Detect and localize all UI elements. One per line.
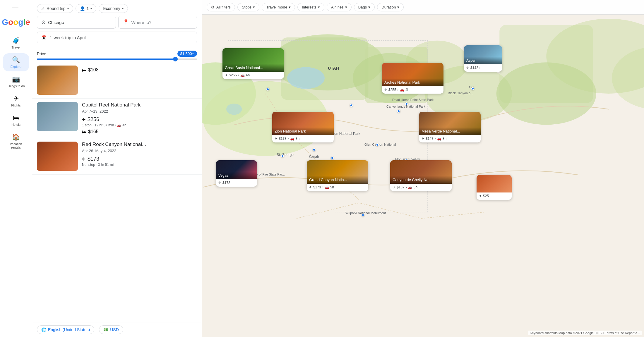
duration-chip[interactable]: Duration ▾ — [377, 3, 404, 11]
currency-icon: 💵 — [103, 327, 108, 332]
bags-chip[interactable]: Bags ▾ — [354, 3, 375, 11]
sidebar-item-explore[interactable]: 🔍 Explore — [3, 53, 29, 71]
price-vegas: $173 — [222, 181, 230, 185]
dot-glen — [376, 143, 379, 146]
origin-icon: ⊙ — [41, 19, 46, 25]
passengers-chip[interactable]: 👤 1 ▾ — [76, 4, 97, 13]
menu-button[interactable] — [11, 5, 21, 15]
class-chip[interactable]: Economy ▾ — [99, 4, 128, 13]
map-card-mesa[interactable]: Mesa Verde National... ✈ $147 › 🚗 8h — [419, 112, 481, 142]
footer: 🌐 English (United States) 💵 USD — [32, 322, 202, 337]
drive-grand: 5h — [330, 185, 334, 189]
sidebar-label-travel: Travel — [11, 46, 20, 49]
calendar-icon: 📅 — [41, 35, 47, 40]
destination-placeholder: Where to? — [131, 20, 152, 25]
map-card-details-arches: ✈ $255 › 🚗 4h — [382, 86, 443, 94]
price-slider[interactable] — [37, 59, 197, 60]
destination-card-redrock[interactable]: Red Rock Canyon National... Apr 28–May 4… — [32, 138, 202, 175]
map-card-img-vegas: Vegas — [216, 160, 257, 179]
dot-wupatki — [362, 214, 364, 216]
sidebar-label-things: Things to do — [7, 84, 25, 88]
price-badge[interactable]: $1,500+ — [177, 51, 197, 57]
duration-chevron: ▾ — [397, 5, 399, 9]
map-card-name-great-basin: Great Basin National... — [222, 64, 284, 72]
stops-label: Stops — [242, 5, 251, 9]
sidebar-item-things[interactable]: 📷 Things to do — [3, 73, 29, 91]
top-controls: ⇄ Round trip ▾ 👤 1 ▾ Economy ▾ ⊙ Chicago… — [32, 0, 202, 48]
trip-type-row: ⇄ Round trip ▾ 👤 1 ▾ Economy ▾ — [37, 4, 197, 13]
map-card-great-basin[interactable]: Great Basin National... ✈ $256 › 🚗 4h — [222, 48, 284, 79]
sidebar-item-flights[interactable]: ✈ Flights — [3, 92, 29, 110]
sidebar-item-vacation[interactable]: 🏠 Vacation rentals — [3, 130, 29, 152]
map-card-aspen[interactable]: Aspen ✈ $142 › — [464, 45, 502, 72]
map-card-grand[interactable]: Grand Canyon Natio... ✈ $173 › 🚗 5h — [307, 160, 368, 191]
drive-mesa: 8h — [443, 137, 446, 141]
map-card-chelly[interactable]: Canyon de Chelly Na... ✈ $187 › 🚗 5h — [390, 160, 452, 191]
card-dates-capitol: Apr 7–13, 2022 — [82, 109, 197, 114]
dot-stgeorge — [281, 154, 284, 157]
price-aspen: $142 — [470, 66, 478, 70]
flight-price-redrock: $173 — [88, 156, 99, 162]
sidebar-label-vacation: Vacation rentals — [5, 142, 27, 149]
plane-icon-vegas: ✈ — [218, 181, 221, 185]
travel-mode-chip[interactable]: Travel mode ▾ — [262, 3, 295, 11]
map-card-details-great-basin: ✈ $256 › 🚗 4h — [222, 72, 284, 79]
car-icon-chelly: 🚗 — [408, 185, 412, 189]
destination-field[interactable]: 📍 Where to? — [118, 16, 197, 29]
car-icon-grand: 🚗 — [325, 185, 329, 189]
dot-utah — [350, 104, 353, 107]
flights-icon: ✈ — [13, 95, 19, 102]
travel-icon: 🧳 — [12, 37, 20, 44]
dot-bryce — [313, 148, 316, 151]
map-card-img-arches: Arches National Park — [382, 63, 443, 86]
passengers-chevron: ▾ — [90, 7, 92, 10]
map-card-details-grand: ✈ $173 › 🚗 5h — [307, 184, 368, 191]
interests-chip[interactable]: Interests ▾ — [297, 3, 324, 11]
map-card-name-zion: Zion National Park — [272, 127, 334, 135]
map-card-details-bande: ✈ $25 — [477, 192, 512, 200]
drive-chelly: 5h — [414, 185, 417, 189]
map-card-img-zion: Zion National Park — [272, 112, 334, 135]
language-button[interactable]: 🌐 English (United States) — [37, 325, 94, 334]
interests-label: Interests — [302, 5, 316, 9]
map-area[interactable]: ⚙ All filters Stops ▾ Travel mode ▾ Inte… — [202, 0, 644, 337]
price-mesa: $147 — [426, 137, 434, 141]
flight-price-capitol: $256 — [88, 116, 99, 123]
layover-capitol: 4h — [122, 123, 126, 127]
currency-button[interactable]: 💵 USD — [99, 325, 123, 334]
map-card-bande[interactable]: ✈ $25 — [477, 175, 512, 200]
sidebar-item-travel[interactable]: 🧳 Travel — [3, 34, 29, 52]
destination-card-capitol[interactable]: Capitol Reef National Park Apr 7–13, 202… — [32, 99, 202, 138]
card-flight-row-redrock: ✈ $173 — [82, 156, 197, 162]
map-card-name-mesa: Mesa Verde National... — [419, 127, 481, 135]
slider-thumb[interactable] — [173, 57, 178, 61]
hotel-icon-capitol: 🛏 — [82, 129, 86, 134]
car-icon-zion: 🚗 — [290, 137, 294, 141]
map-card-zion[interactable]: Zion National Park ✈ $173 › 🚗 3h — [272, 112, 334, 142]
travel-mode-chevron: ▾ — [289, 5, 291, 9]
map-card-vegas[interactable]: Vegas ✈ $173 — [216, 160, 257, 187]
airlines-chip[interactable]: Airlines ▾ — [327, 3, 352, 11]
map-card-img-bande — [477, 175, 512, 192]
car-icon-arches: 🚗 — [400, 88, 404, 92]
destination-card-first[interactable]: 🛏 $108 — [32, 62, 202, 99]
trip-type-chevron: ▾ — [67, 7, 69, 10]
price-zion: $173 — [279, 137, 287, 141]
time-redrock: 3 hr 51 min — [98, 163, 116, 167]
map-card-arches[interactable]: Arches National Park ✈ $255 › 🚗 4h — [382, 63, 443, 94]
date-field[interactable]: 📅 1-week trip in April — [37, 32, 197, 43]
round-trip-chip[interactable]: ⇄ Round trip ▾ — [37, 4, 73, 13]
swap-icon: ⇄ — [41, 6, 45, 11]
sidebar-label-explore: Explore — [11, 65, 21, 68]
sidebar-item-hotels[interactable]: 🛏 Hotels — [3, 111, 29, 129]
all-filters-chip[interactable]: ⚙ All filters — [207, 3, 235, 11]
origin-field[interactable]: ⊙ Chicago — [37, 16, 116, 29]
stops-chip[interactable]: Stops ▾ — [237, 3, 259, 11]
slider-fill — [37, 59, 178, 60]
flight-details-redrock: Nonstop · 3 hr 51 min — [82, 163, 197, 167]
car-icon-gb: 🚗 — [240, 73, 245, 77]
map-card-name-grand: Grand Canyon Natio... — [307, 176, 368, 184]
card-image-first — [37, 66, 78, 95]
plane-icon-arches: ✈ — [384, 88, 387, 92]
all-filters-label: All filters — [216, 5, 231, 9]
